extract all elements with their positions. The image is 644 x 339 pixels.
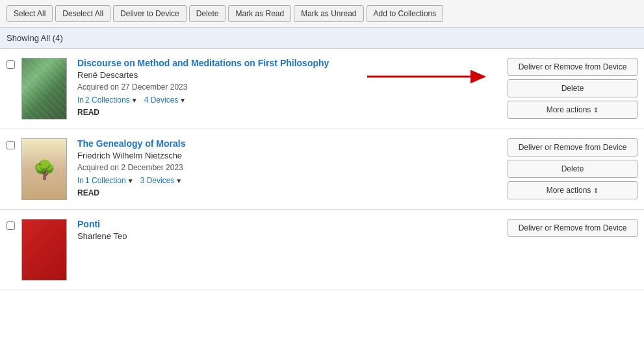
book-cover-1 <box>21 58 67 119</box>
collections-link-1[interactable]: In 2 Collections ▼ <box>77 95 138 105</box>
deliver-remove-button-1[interactable]: Deliver or Remove from Device <box>508 58 638 76</box>
collections-count-1: 2 Collections <box>85 95 130 105</box>
collections-dropdown-1[interactable]: ▼ <box>131 97 138 104</box>
devices-dropdown-1[interactable]: ▼ <box>179 97 186 104</box>
book-author-1: René Descartes <box>77 70 501 80</box>
book-checkbox-3[interactable] <box>6 221 15 230</box>
book-list: Discourse on Method and Meditations on F… <box>0 49 644 290</box>
collections-count-2: 1 Collection <box>85 176 126 185</box>
deliver-to-device-button[interactable]: Deliver to Device <box>113 5 187 22</box>
book-item-3: Ponti Sharlene Teo Deliver or Remove fro… <box>0 210 644 290</box>
book-cover-3 <box>21 219 67 281</box>
book-cover-2 <box>21 138 67 200</box>
delete-book-button-2[interactable]: Delete <box>508 160 638 178</box>
book-info-2: The Genealogy of Morals Friedrich Wilhel… <box>77 138 501 197</box>
book-info-1: Discourse on Method and Meditations on F… <box>77 58 501 117</box>
more-actions-label-1: More actions <box>547 105 591 114</box>
more-actions-button-2[interactable]: More actions ⇕ <box>508 181 638 199</box>
add-to-collections-button[interactable]: Add to Collections <box>367 5 444 22</box>
deliver-remove-button-3[interactable]: Deliver or Remove from Device <box>508 219 638 237</box>
book-info-3: Ponti Sharlene Teo <box>77 219 501 244</box>
showing-count: Showing All (4) <box>6 33 63 43</box>
more-actions-chevron-2: ⇕ <box>593 187 599 194</box>
book-title-1[interactable]: Discourse on Method and Meditations on F… <box>77 58 501 68</box>
book-meta-2: In 1 Collection ▼ 3 Devices ▼ <box>77 176 501 185</box>
collections-link-2[interactable]: In 1 Collection ▼ <box>77 176 134 185</box>
deliver-remove-button-2[interactable]: Deliver or Remove from Device <box>508 138 638 157</box>
more-actions-chevron-1: ⇕ <box>593 107 599 114</box>
collections-dropdown-2[interactable]: ▼ <box>127 177 134 184</box>
book-acquired-2: Acquired on 2 December 2023 <box>77 163 501 172</box>
book-item-1: Discourse on Method and Meditations on F… <box>0 49 644 129</box>
toolbar: Select All Deselect All Deliver to Devic… <box>0 0 644 28</box>
book-actions-3: Deliver or Remove from Device <box>508 219 638 237</box>
devices-link-2[interactable]: 3 Devices ▼ <box>140 176 183 185</box>
book-actions-1: Deliver or Remove from Device Delete Mor… <box>508 58 638 119</box>
book-status-1: READ <box>77 108 501 117</box>
book-status-2: READ <box>77 188 501 197</box>
more-actions-label-2: More actions <box>547 186 591 195</box>
devices-dropdown-2[interactable]: ▼ <box>175 177 182 184</box>
book-title-3[interactable]: Ponti <box>77 219 501 229</box>
devices-count-1: 4 Devices <box>144 95 179 105</box>
devices-link-1[interactable]: 4 Devices ▼ <box>144 95 187 105</box>
book-author-2: Friedrich Wilhelm Nietzsche <box>77 151 501 160</box>
book-actions-2: Deliver or Remove from Device Delete Mor… <box>508 138 638 199</box>
collections-in-2: In <box>77 176 84 185</box>
delete-button[interactable]: Delete <box>189 5 226 22</box>
devices-count-2: 3 Devices <box>140 176 175 185</box>
showing-bar: Showing All (4) <box>0 28 644 49</box>
book-acquired-1: Acquired on 27 December 2023 <box>77 82 501 92</box>
book-item-2: The Genealogy of Morals Friedrich Wilhel… <box>0 129 644 210</box>
select-all-button[interactable]: Select All <box>6 5 53 22</box>
collections-text-1: In <box>77 95 84 105</box>
mark-as-unread-button[interactable]: Mark as Unread <box>294 5 363 22</box>
more-actions-button-1[interactable]: More actions ⇕ <box>508 101 638 119</box>
book-checkbox-1[interactable] <box>6 60 15 69</box>
book-meta-1: In 2 Collections ▼ 4 Devices ▼ <box>77 95 501 105</box>
mark-as-read-button[interactable]: Mark as Read <box>228 5 291 22</box>
delete-book-button-1[interactable]: Delete <box>508 79 638 97</box>
book-author-3: Sharlene Teo <box>77 231 501 241</box>
book-checkbox-2[interactable] <box>6 141 15 149</box>
deselect-all-button[interactable]: Deselect All <box>55 5 110 22</box>
book-title-2[interactable]: The Genealogy of Morals <box>77 138 501 149</box>
